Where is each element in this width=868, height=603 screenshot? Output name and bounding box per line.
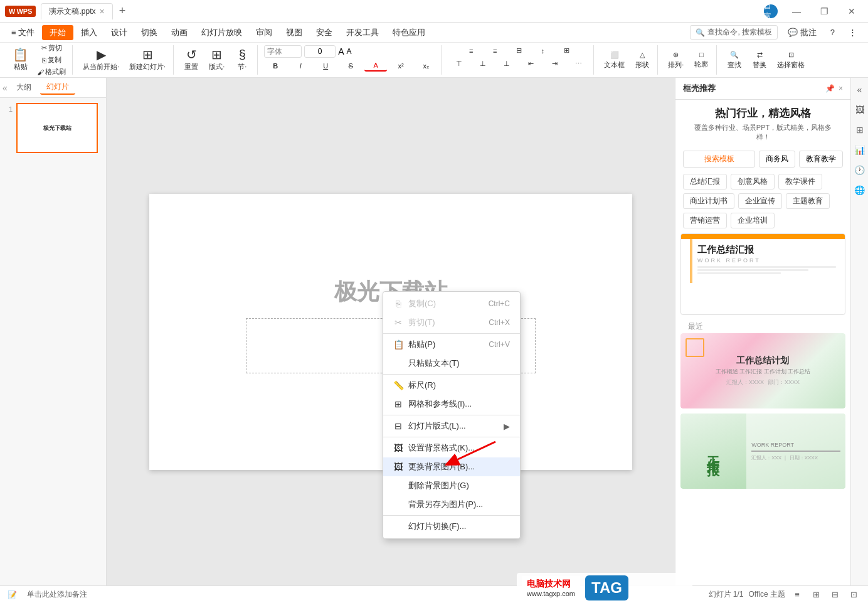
user-avatar[interactable]: 首富 <box>764 4 778 18</box>
template-card-3[interactable]: 工作汇报 WORK REPORT 汇报人：XXX ｜ 日期：XXXX <box>680 414 845 489</box>
reset-btn[interactable]: ↺ 重置 <box>180 47 203 73</box>
rsb-globe-btn[interactable]: 🌐 <box>853 183 867 197</box>
file-tab[interactable]: 演示文稿.pptx × <box>41 3 112 19</box>
ctx-grid[interactable]: ⊞ 网格和参考线(I)... <box>383 395 520 414</box>
restore-btn[interactable]: ❐ <box>813 3 835 20</box>
wps-logo[interactable]: W WPS <box>5 6 36 17</box>
ctx-cut[interactable]: ✂ 剪切(T) Ctrl+X <box>383 313 520 332</box>
menu-devtools[interactable]: 开发工具 <box>340 24 385 41</box>
cut-btn[interactable]: ✂ 剪切 <box>34 43 68 53</box>
select-pane-btn[interactable]: ⊡ 选择窗格 <box>773 50 808 71</box>
search-template-btn[interactable]: 搜索模板 <box>683 151 755 168</box>
more-btn[interactable]: ⋮ <box>842 25 863 40</box>
strikethrough-btn[interactable]: S <box>339 61 362 71</box>
tag-corp-promo[interactable]: 企业宣传 <box>738 193 782 209</box>
rsb-image-btn[interactable]: 🖼 <box>853 103 867 117</box>
view-slideshow-btn[interactable]: ⊟ <box>828 588 842 602</box>
menu-slideshow[interactable]: 幻灯片放映 <box>195 24 248 41</box>
format-btn[interactable]: 🖌 格式刷 <box>34 67 68 77</box>
align-top-btn[interactable]: ⊤ <box>448 58 470 69</box>
panel-close-btn[interactable]: × <box>839 84 843 93</box>
canvas-area[interactable]: 极光下载站 ⎘ 复制(C) Ctrl+C ✂ 剪切(T) Ctrl+X 📋 粘贴… <box>107 78 675 585</box>
view-grid-btn[interactable]: ⊞ <box>809 588 823 602</box>
col-btn[interactable]: ⊞ <box>555 45 578 56</box>
ctx-paste[interactable]: 📋 粘贴(P) Ctrl+V <box>383 335 520 354</box>
ctx-copy[interactable]: ⎘ 复制(C) Ctrl+C <box>383 294 520 313</box>
align-mid-btn[interactable]: ⊥ <box>472 58 494 69</box>
font-color-btn[interactable]: A <box>364 60 387 72</box>
slide-start-btn[interactable]: ▶ 从当前开始· <box>79 47 123 73</box>
ctx-delete-bg[interactable]: 删除背景图片(G) <box>383 476 520 495</box>
bold-btn[interactable]: B <box>264 61 287 71</box>
subscript-btn[interactable]: x₂ <box>415 61 437 72</box>
panel-pin-btn[interactable]: 📌 <box>825 84 835 93</box>
menu-special[interactable]: 特色应用 <box>386 24 431 41</box>
align-left-btn[interactable]: ≡ <box>460 45 482 56</box>
rsb-chart-btn[interactable]: 📊 <box>853 143 867 157</box>
tag-biz-plan[interactable]: 商业计划书 <box>683 193 734 209</box>
tag-marketing[interactable]: 营销运营 <box>683 213 727 228</box>
biz-style-btn[interactable]: 商务风 <box>759 151 795 168</box>
align-col-btn[interactable]: ⊟ <box>507 45 530 56</box>
menu-transition[interactable]: 切换 <box>135 24 164 41</box>
line-spacing-btn[interactable]: ↕ <box>531 45 554 56</box>
template-card-2[interactable]: 工作总结计划 工作概述 工作汇报 工作计划 工作总结 汇报人：XXXX 部门：X… <box>680 333 845 408</box>
section-btn[interactable]: § 节· <box>231 47 253 73</box>
menu-design[interactable]: 设计 <box>105 24 134 41</box>
layout-btn[interactable]: ⊞ 版式· <box>205 47 228 73</box>
new-slide-btn[interactable]: ⊞ 新建幻灯片· <box>125 47 169 73</box>
indent-inc-btn[interactable]: ⇥ <box>543 58 566 69</box>
ctx-transition[interactable]: 幻灯片切换(F)... <box>383 517 520 536</box>
menu-security[interactable]: 安全 <box>310 24 339 41</box>
rsb-table-btn[interactable]: ⊞ <box>853 123 867 137</box>
rsb-clock-btn[interactable]: 🕐 <box>853 163 867 177</box>
superscript-btn[interactable]: x² <box>389 61 412 71</box>
underline-btn[interactable]: U <box>314 61 337 71</box>
tag-corp-train[interactable]: 企业培训 <box>731 213 775 228</box>
ctx-layout[interactable]: ⊟ 幻灯片版式(L)... ▶ <box>383 417 520 435</box>
minimize-btn[interactable]: — <box>785 3 808 20</box>
align-right-btn[interactable]: ≡ <box>484 45 506 56</box>
slide-thumb-1[interactable]: 1 极光下载站 <box>3 103 103 153</box>
menu-file[interactable]: ≡ 文件 <box>5 24 41 41</box>
tag-creative[interactable]: 创意风格 <box>731 174 775 189</box>
new-tab-btn[interactable]: + <box>113 2 132 20</box>
replace-btn[interactable]: ⇄ 替换 <box>748 50 771 71</box>
edu-style-btn[interactable]: 教育教学 <box>799 151 843 168</box>
menu-start[interactable]: 开始 <box>42 25 73 40</box>
view-list-btn[interactable]: ≡ <box>790 588 804 602</box>
ctx-paste-text[interactable]: 只粘贴文本(T) <box>383 354 520 373</box>
font-size-input[interactable] <box>304 45 336 58</box>
italic-btn[interactable]: I <box>289 61 312 71</box>
font-family-input[interactable] <box>264 45 302 58</box>
align-bot-btn[interactable]: ⊥ <box>495 58 518 69</box>
tab-outline[interactable]: 大纲 <box>10 81 38 94</box>
shape-btn[interactable]: △ 形状 <box>631 50 654 71</box>
copy-btn[interactable]: ⎘ 复制 <box>34 55 68 65</box>
panel-collapse-btn[interactable]: « <box>3 83 8 93</box>
menu-insert[interactable]: 插入 <box>75 24 103 41</box>
tag-theme-edu[interactable]: 主题教育 <box>786 193 830 209</box>
rsb-expand-btn[interactable]: « <box>853 83 867 97</box>
ctx-ruler[interactable]: 📏 标尺(R) <box>383 376 520 395</box>
menu-view[interactable]: 视图 <box>280 24 309 41</box>
comment-btn[interactable]: 💬 批注 <box>781 24 823 41</box>
outline-btn[interactable]: □ 轮廓 <box>690 50 712 70</box>
close-btn[interactable]: ✕ <box>840 3 863 20</box>
more-align-btn[interactable]: ⋯ <box>567 58 590 69</box>
font-size-inc-btn[interactable]: A <box>338 46 344 56</box>
search-box[interactable]: 🔍 查找命令, 搜索模板 <box>690 25 778 40</box>
find-btn[interactable]: 🔍 查找 <box>723 50 746 71</box>
textbox-btn[interactable]: ⬜ 文本框 <box>600 50 628 71</box>
help-btn[interactable]: ? <box>824 25 841 40</box>
paste-btn[interactable]: 📋 粘贴 <box>9 47 32 73</box>
tab-slides[interactable]: 幻灯片 <box>40 80 75 95</box>
ctx-save-bg[interactable]: 背景另存为图片(P)... <box>383 495 520 514</box>
template-card-work-report[interactable]: 工作总结汇报 WORK REPORT <box>680 233 845 315</box>
menu-animation[interactable]: 动画 <box>165 24 194 41</box>
font-size-dec-btn[interactable]: A <box>347 47 352 56</box>
arrange-btn[interactable]: ⊛ 排列· <box>664 50 687 71</box>
view-presenter-btn[interactable]: ⊡ <box>847 588 860 602</box>
tag-courseware[interactable]: 教学课件 <box>778 174 822 189</box>
indent-dec-btn[interactable]: ⇤ <box>519 58 542 69</box>
